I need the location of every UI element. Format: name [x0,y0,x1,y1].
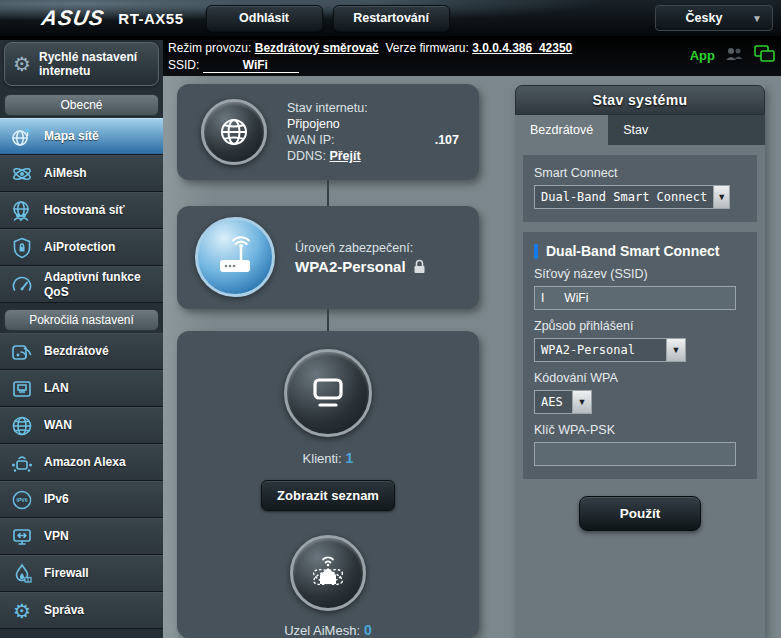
smart-connect-box: Smart Connect Dual-Band Smart Connect ▼ [523,155,757,222]
sidebar-item-network-map[interactable]: Mapa sítě [0,118,163,155]
system-status-panel: Stav systému Bezdrátové Stav Smart Conne… [515,85,765,638]
panel-title: Stav systému [515,85,765,115]
clients-aimesh-card: Klienti:1 Zobrazit seznam Uzel AiMesh:0 [177,331,479,638]
sidebar: ⚙ Rychlé nastavení internetu Obecné Mapa… [0,40,163,638]
aimesh-node-icon[interactable] [290,535,366,611]
shield-lock-icon [0,236,44,260]
security-level-value: WPA2-Personal [295,258,406,275]
main-content: Stav internetu: Připojeno WAN IP: .107 D… [163,75,781,638]
reboot-button[interactable]: Restartování [333,5,450,32]
chevron-down-icon: ▼ [752,13,772,24]
auth-method-label: Způsob přihlášení [534,319,746,333]
network-map-icon [0,125,44,149]
section-general: Obecné [4,94,159,116]
ssid-label: SSID: [168,58,199,72]
top-bar: ASUS RT-AX55 Odhlásit Restartování Česky… [0,0,781,36]
wpa-encryption-label: Kódování WPA [534,371,746,385]
wpa-key-label: Klíč WPA-PSK [534,423,746,437]
internet-status-label: Stav internetu: [287,101,459,115]
mode-label: Režim provozu: [168,41,251,55]
users-icon[interactable] [724,46,744,65]
ddns-label: DDNS: [287,149,326,163]
chevron-down-icon: ▼ [713,186,729,208]
lan-port-icon [0,377,44,401]
sidebar-item-guest-network[interactable]: Hostovaná síť [0,192,163,229]
ssid-link[interactable]: WiFi [203,58,299,73]
app-link[interactable]: App [690,48,715,63]
dual-band-heading: Dual-Band Smart Connect [546,243,719,259]
sidebar-item-ipv6[interactable]: IPV6 IPv6 [0,481,163,518]
language-value: Česky [656,11,752,25]
security-card: Úroveň zabezpečení: WPA2-Personal [177,206,479,309]
internet-globe-icon[interactable] [201,99,267,165]
lock-icon [413,259,426,274]
wpa-encryption-select[interactable]: AES ▼ [534,390,592,414]
wan-ip-value: .107 [435,133,459,147]
sidebar-item-wireless[interactable]: Bezdrátové [0,333,163,370]
security-level-label: Úroveň zabezpečení: [295,241,426,255]
sidebar-item-alexa[interactable]: Amazon Alexa [0,444,163,481]
chevron-down-icon: ▼ [666,339,685,361]
wireless-icon [0,340,44,364]
chevron-down-icon: ▼ [572,391,591,413]
router-model: RT-AX55 [118,10,183,27]
connector-line [327,309,329,331]
logout-button[interactable]: Odhlásit [206,5,323,32]
smart-connect-label: Smart Connect [534,166,746,180]
quick-setup-button[interactable]: ⚙ Rychlé nastavení internetu [4,42,159,86]
apply-button[interactable]: Použít [579,496,701,531]
mode-link[interactable]: Bezdrátový směrovač [255,41,379,55]
router-icon[interactable] [195,217,275,297]
auth-method-select[interactable]: WPA2-Personal ▼ [534,338,686,362]
sidebar-item-wan[interactable]: WAN [0,407,163,444]
flame-icon [0,562,44,586]
asus-logo: ASUS [40,6,107,30]
tab-status[interactable]: Stav [608,115,663,145]
firmware-link[interactable]: 3.0.0.4.386_42350 [472,41,572,55]
gauge-icon [0,273,44,297]
sidebar-item-vpn[interactable]: VPN [0,518,163,555]
sidebar-item-qos[interactable]: Adaptivní funkce QoS [0,266,163,303]
sidebar-item-aiprotection[interactable]: AiProtection [0,229,163,266]
aimesh-node-count: 0 [364,622,372,638]
smart-connect-select[interactable]: Dual-Band Smart Connect ▼ [534,185,730,209]
wpa-key-input[interactable] [534,442,736,466]
ssid-field-label: Síťový název (SSID) [534,267,746,281]
language-select[interactable]: Česky ▼ [655,5,773,31]
dual-band-box: Dual-Band Smart Connect Síťový název (SS… [523,232,757,479]
view-list-button[interactable]: Zobrazit seznam [261,480,395,511]
clients-count: 1 [346,450,354,466]
network-map: Stav internetu: Připojeno WAN IP: .107 D… [177,84,479,638]
ipv6-globe-icon: IPV6 [0,488,44,512]
ssid-input[interactable] [534,286,736,310]
internet-status-value: Připojeno [287,117,459,131]
sidebar-item-admin[interactable]: ⚙ Správa [0,592,163,629]
aimesh-node-label: Uzel AiMesh: [284,623,360,638]
gear-wrench-icon: ⚙ [5,52,39,76]
sidebar-item-lan[interactable]: LAN [0,370,163,407]
ddns-link[interactable]: Přejít [329,149,360,163]
internet-status-card: Stav internetu: Připojeno WAN IP: .107 D… [177,84,479,180]
svg-text:IPV6: IPV6 [17,496,28,502]
panel-tabs: Bezdrátové Stav [515,115,765,145]
devices-icon[interactable] [753,44,775,66]
tab-wireless[interactable]: Bezdrátové [515,115,608,145]
clients-label: Klienti: [303,451,342,466]
clients-monitor-icon[interactable] [284,349,372,437]
section-advanced: Pokročilá nastavení [4,309,159,331]
guest-network-icon [0,199,44,223]
globe-icon [0,414,44,438]
gear-icon: ⚙ [0,599,44,623]
aimesh-icon [0,162,44,186]
vpn-monitor-icon [0,525,44,549]
sidebar-item-aimesh[interactable]: AiMesh [0,155,163,192]
sidebar-item-firewall[interactable]: Firewall [0,555,163,592]
heading-accent-bar [534,244,538,259]
alexa-icon [0,451,44,475]
firmware-label: Verze firmwaru: [385,41,468,55]
wan-ip-label: WAN IP: [287,133,334,147]
connector-line [327,180,329,205]
